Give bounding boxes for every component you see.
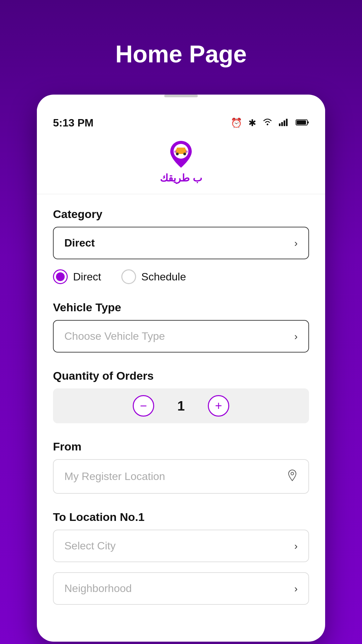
svg-rect-6 [297,120,306,124]
vehicle-type-chevron: › [294,331,298,342]
from-location-field[interactable]: My Register Location [53,459,309,494]
vehicle-type-dropdown[interactable]: Choose Vehicle Type › [53,320,309,353]
quantity-stepper: − 1 + [53,388,309,423]
radio-schedule[interactable]: Schedule [121,269,186,284]
svg-rect-3 [284,120,285,126]
svg-rect-10 [177,148,185,151]
radio-direct-label: Direct [73,271,101,283]
logo-text: ب طريقك [160,172,202,184]
battery-icon [296,118,309,128]
radio-direct[interactable]: Direct [53,269,101,284]
app-logo [168,139,194,169]
handle-bar [164,95,198,97]
svg-rect-7 [307,121,309,123]
radio-direct-inner [56,272,65,281]
phone-frame: 5:13 PM ⏰ ✱ [37,95,325,642]
category-label: Category [53,208,309,221]
logo-area: ب طريقك [37,136,325,194]
wifi-icon [262,118,273,128]
quantity-label: Quantity of Orders [53,369,309,382]
plus-icon: + [215,399,222,413]
select-city-placeholder: Select City [64,540,116,552]
radio-group: Direct Schedule [53,269,309,284]
quantity-value: 1 [174,398,188,414]
from-section: From My Register Location [53,440,309,494]
select-city-field[interactable]: Select City › [53,530,309,562]
neighborhood-field[interactable]: Neighborhood › [53,572,309,605]
radio-direct-outer [53,269,68,284]
svg-point-11 [176,153,179,155]
category-value: Direct [64,237,95,249]
stepper-plus-button[interactable]: + [208,395,229,417]
category-section: Category Direct › Direct Schedule [53,208,309,284]
quantity-section: Quantity of Orders − 1 + [53,369,309,423]
signal-icon [279,118,290,128]
svg-rect-2 [281,122,283,126]
select-city-chevron: › [294,540,298,552]
neighborhood-chevron: › [294,583,298,594]
to-label: To Location No.1 [53,511,309,524]
page-title: Home Page [115,40,247,68]
svg-point-12 [183,153,186,155]
alarm-icon: ⏰ [231,117,242,128]
radio-schedule-label: Schedule [141,271,186,283]
svg-rect-13 [174,151,176,153]
svg-point-0 [267,123,268,125]
svg-rect-1 [279,123,281,126]
status-bar: 5:13 PM ⏰ ✱ [37,107,325,136]
minus-icon: − [140,399,147,413]
stepper-minus-button[interactable]: − [133,395,154,417]
to-location-section: To Location No.1 Select City › Neighborh… [53,511,309,605]
vehicle-type-placeholder: Choose Vehicle Type [64,330,165,342]
from-placeholder: My Register Location [64,470,165,483]
neighborhood-placeholder: Neighborhood [64,582,132,595]
bluetooth-icon: ✱ [248,117,256,128]
category-chevron: › [294,237,298,249]
svg-rect-14 [186,151,188,153]
form-content: Category Direct › Direct Schedule [37,194,325,628]
status-icons: ⏰ ✱ [231,117,309,128]
category-dropdown[interactable]: Direct › [53,227,309,259]
vehicle-type-section: Vehicle Type Choose Vehicle Type › [53,301,309,353]
radio-schedule-outer [121,269,136,284]
svg-rect-4 [286,119,288,126]
status-time: 5:13 PM [53,117,94,129]
vehicle-type-label: Vehicle Type [53,301,309,314]
from-label: From [53,440,309,453]
location-pin-icon [287,469,298,484]
svg-point-15 [291,472,294,475]
